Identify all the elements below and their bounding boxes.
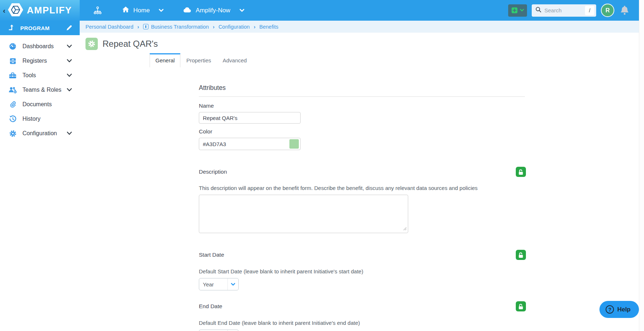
home-icon: [122, 6, 129, 15]
sitemap-icon[interactable]: [93, 6, 102, 15]
nav-home[interactable]: Home: [122, 6, 164, 15]
sidebar-item-dashboards[interactable]: Dashboards: [0, 39, 80, 54]
end-date-helper: Default End Date (leave blank to inherit…: [199, 320, 526, 326]
sidebar: PROGRAM Dashboards Registers: [0, 21, 80, 331]
breadcrumb-separator: ›: [137, 24, 139, 30]
section-title: Attributes: [199, 84, 526, 92]
topbar: ‹ AMPLIFY Home: [0, 0, 639, 21]
sidebar-item-label: History: [22, 116, 41, 122]
attributes-form: Attributes Name Color Description This d…: [199, 84, 526, 331]
top-navigation: Home Amplify-Now: [80, 0, 263, 21]
topbar-right: / R: [508, 0, 639, 21]
chevron-down-icon: [67, 88, 72, 92]
start-date-period-select[interactable]: Year: [199, 278, 239, 290]
dashboard-gauge-icon: [8, 42, 17, 50]
sidebar-item-label: Dashboards: [22, 43, 54, 50]
breadcrumb-business-transformation[interactable]: Business Transformation: [143, 24, 209, 30]
name-field[interactable]: [199, 112, 301, 124]
chevron-down-icon: [67, 45, 72, 48]
question-circle-icon: ?: [606, 305, 614, 314]
color-label: Color: [199, 128, 526, 135]
initiative-icon: [143, 24, 149, 29]
sidebar-item-label: Documents: [22, 101, 52, 108]
breadcrumb-separator: ›: [254, 24, 255, 30]
sidebar-item-label: Tools: [22, 72, 36, 79]
breadcrumb-personal-dashboard[interactable]: Personal Dashboard: [85, 24, 133, 30]
sidebar-item-label: Configuration: [22, 130, 57, 137]
search-box: /: [532, 4, 596, 17]
sidebar-header-program[interactable]: PROGRAM: [0, 21, 80, 35]
chevron-down-icon: [67, 74, 72, 77]
help-button[interactable]: ? Help: [599, 301, 639, 318]
nav-workspace[interactable]: Amplify-Now: [183, 7, 244, 15]
tab-advanced[interactable]: Advanced: [217, 53, 253, 67]
description-textarea-wrap: [199, 195, 408, 235]
description-textarea[interactable]: [199, 195, 408, 233]
select-value: Year: [199, 281, 227, 287]
search-input[interactable]: [544, 7, 582, 13]
sidebar-item-teams-roles[interactable]: Teams & Roles: [0, 83, 80, 97]
chevron-down-icon: [227, 278, 238, 290]
user-avatar[interactable]: R: [601, 4, 614, 17]
end-date-period-select[interactable]: Year: [199, 330, 239, 331]
logo-text: AMPLIFY: [27, 5, 72, 16]
sidebar-item-history[interactable]: History: [0, 112, 80, 126]
gear-icon: [8, 130, 17, 137]
edit-pencil-icon[interactable]: [66, 25, 72, 31]
sidebar-item-label: Registers: [22, 58, 47, 64]
toolbox-icon: [8, 72, 17, 79]
description-label: Description: [199, 169, 227, 175]
color-field-wrap: [199, 138, 301, 150]
chevron-down-icon: [67, 59, 72, 63]
sidebar-item-tools[interactable]: Tools: [0, 68, 80, 83]
sidebar-item-configuration[interactable]: Configuration: [0, 126, 80, 141]
chevron-down-icon: [67, 132, 72, 135]
start-date-helper: Default Start Date (leave blank to inher…: [199, 268, 526, 274]
page-header: Repeat QAR's: [80, 33, 639, 50]
sidebar-collapse-icon[interactable]: ‹: [2, 7, 7, 14]
paperclip-icon: [8, 101, 17, 108]
chevron-down-icon: [239, 9, 244, 12]
section-divider: [199, 96, 525, 97]
archive-drawers-icon: [8, 57, 17, 65]
color-swatch[interactable]: [289, 139, 299, 149]
end-date-label: End Date: [199, 303, 222, 310]
sidebar-item-registers[interactable]: Registers: [0, 54, 80, 68]
sidebar-item-documents[interactable]: Documents: [0, 97, 80, 112]
nav-home-label: Home: [133, 7, 150, 14]
main-content: Repeat QAR's General Properties Advanced…: [80, 33, 639, 331]
tab-properties[interactable]: Properties: [180, 53, 217, 67]
notifications-bell-icon[interactable]: [619, 5, 630, 16]
tab-bar: General Properties Advanced: [150, 53, 639, 67]
nav-workspace-label: Amplify-Now: [196, 7, 230, 14]
sidebar-header-label: PROGRAM: [20, 25, 50, 31]
scrollbar-track[interactable]: [639, 0, 644, 331]
sidebar-item-label: Teams & Roles: [22, 87, 62, 93]
help-label: Help: [617, 306, 631, 313]
resize-grip[interactable]: [403, 226, 407, 232]
start-date-label: Start Date: [199, 252, 224, 258]
quick-add-button[interactable]: [508, 4, 527, 17]
breadcrumb: Personal Dashboard › Business Transforma…: [80, 21, 639, 33]
unlock-icon[interactable]: [516, 301, 526, 311]
unlock-icon[interactable]: [516, 250, 526, 260]
chevron-down-icon: [159, 9, 164, 12]
sidebar-items: Dashboards Registers Tools: [0, 35, 80, 141]
amplify-logo-icon[interactable]: [7, 1, 24, 20]
benefit-gear-icon: [85, 38, 98, 50]
search-shortcut-badge: /: [585, 6, 594, 15]
logo-area: ‹ AMPLIFY: [0, 0, 80, 21]
tab-general[interactable]: General: [150, 53, 180, 67]
history-clock-icon: [8, 115, 17, 123]
color-field[interactable]: [199, 138, 301, 150]
breadcrumb-separator: ›: [213, 24, 214, 30]
search-icon: [535, 7, 541, 14]
users-gear-icon: [8, 86, 17, 94]
name-label: Name: [199, 103, 526, 109]
cloud-icon: [183, 7, 192, 15]
breadcrumb-configuration[interactable]: Configuration: [218, 24, 250, 30]
page-title: Repeat QAR's: [103, 39, 158, 49]
unlock-icon[interactable]: [516, 167, 526, 177]
description-helper: This description will appear on the bene…: [199, 185, 526, 191]
breadcrumb-benefits[interactable]: Benefits: [259, 24, 278, 30]
